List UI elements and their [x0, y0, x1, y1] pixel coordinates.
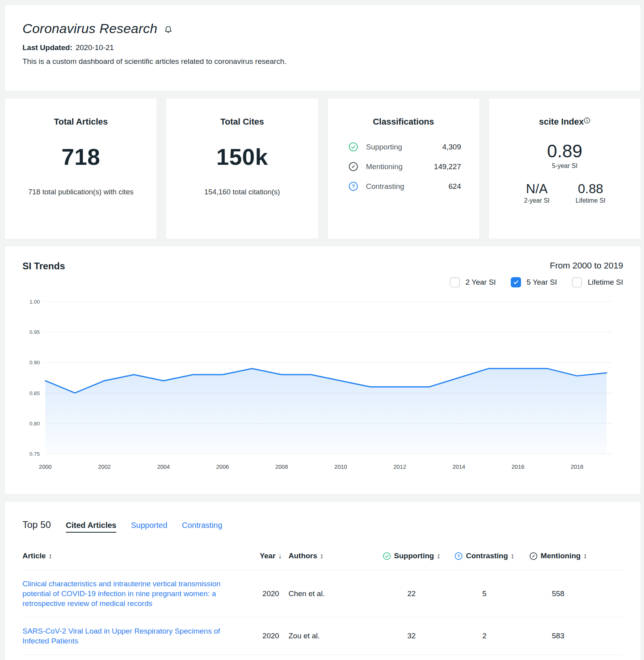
svg-text:0.75: 0.75 — [30, 451, 40, 457]
dashboard-description: This is a custom dashboard of scientific… — [22, 57, 623, 66]
stats-row: Total Articles 718 718 total publication… — [5, 99, 640, 239]
svg-text:2012: 2012 — [393, 464, 406, 470]
svg-text:2006: 2006 — [216, 464, 229, 470]
scite-index-lifetime-label: Lifetime SI — [576, 197, 606, 204]
classification-label: Mentioning — [366, 162, 403, 171]
series-toggles: 2 Year SI 5 Year SI Lifetime SI — [450, 277, 623, 287]
checkbox-2-year-si[interactable] — [450, 277, 460, 287]
notification-bell-icon[interactable] — [164, 25, 173, 34]
toggle-5-year-si: 5 Year SI — [511, 277, 557, 287]
card-title: Total Cites — [178, 117, 306, 127]
total-articles-subtitle: 718 total publication(s) with cites — [27, 187, 134, 197]
classification-value: 4,309 — [442, 143, 461, 151]
checkbox-label: 2 Year SI — [465, 278, 496, 287]
classification-label: Supporting — [366, 143, 402, 151]
contrasting-cell: 2 — [449, 632, 520, 640]
dashboard-header: Coronavirus Research Last Updated:2020-1… — [5, 5, 640, 91]
column-header-contrasting: ? Contrasting ↕ — [449, 552, 520, 560]
mentioning-cell: 583 — [520, 632, 596, 640]
year-cell: 2020 — [253, 632, 288, 640]
classification-row-contrasting: ? Contrasting 624 — [348, 181, 461, 191]
scite-index-card: scite Index 0.89 5-year SI N/A 2-year SI… — [489, 99, 640, 239]
authors-cell: Zou et al. — [288, 632, 374, 640]
classification-row-supporting: Supporting 4,309 — [348, 142, 461, 152]
article-link[interactable]: Clinical characteristics and intrauterin… — [22, 579, 253, 608]
contrasting-icon: ? — [348, 181, 358, 191]
info-icon[interactable] — [584, 117, 590, 124]
svg-text:?: ? — [352, 183, 355, 189]
contrasting-icon: ? — [454, 552, 463, 560]
si-trends-chart: 0.750.800.850.900.951.002000200220042006… — [22, 296, 623, 476]
svg-text:0.95: 0.95 — [30, 329, 40, 335]
trends-date-range: From 2000 to 2019 — [450, 261, 623, 271]
article-link[interactable]: SARS-CoV-2 Viral Load in Upper Respirato… — [22, 626, 253, 646]
classification-label: Contrasting — [366, 182, 404, 191]
total-articles-value: 718 — [17, 144, 145, 170]
card-title: Total Articles — [17, 117, 145, 127]
svg-text:2000: 2000 — [39, 464, 52, 470]
card-title: Classifications — [340, 117, 467, 127]
svg-text:2004: 2004 — [157, 464, 170, 470]
sort-icon-supporting[interactable]: ↕ — [437, 552, 440, 560]
column-header-year: Year ↓ — [253, 552, 288, 560]
svg-text:0.80: 0.80 — [30, 421, 40, 427]
svg-text:1.00: 1.00 — [30, 299, 40, 305]
table-row: SARS-CoV-2 Viral Load in Upper Respirato… — [22, 617, 623, 655]
svg-text:0.85: 0.85 — [30, 390, 40, 396]
si-trends-card: SI Trends From 2000 to 2019 2 Year SI 5 … — [5, 246, 640, 494]
tab-cited-articles[interactable]: Cited Articles — [66, 521, 116, 533]
mentioning-icon — [348, 162, 358, 172]
scite-index-5yr-label: 5-year SI — [501, 162, 629, 170]
svg-text:?: ? — [457, 554, 460, 558]
scite-index-lifetime: 0.88 Lifetime SI — [576, 181, 606, 204]
mentioning-icon — [529, 552, 538, 560]
last-updated-value: 2020-10-21 — [76, 43, 114, 52]
checkbox-lifetime-si[interactable] — [572, 277, 582, 287]
svg-text:2014: 2014 — [452, 464, 465, 470]
supporting-cell: 32 — [374, 632, 449, 640]
table-header-row: Article ↕ Year ↓ Authors ↕ Supporting ↕ — [22, 552, 623, 570]
checkbox-5-year-si[interactable] — [511, 277, 521, 287]
tab-contrasting[interactable]: Contrasting — [182, 521, 222, 530]
column-header-supporting: Supporting ↕ — [374, 552, 449, 560]
top-articles-card: Top 50 Cited Articles Supported Contrast… — [5, 502, 640, 660]
total-articles-card: Total Articles 718 718 total publication… — [5, 99, 156, 239]
last-updated-label: Last Updated: — [22, 43, 73, 52]
dashboard: Coronavirus Research Last Updated:2020-1… — [5, 5, 640, 660]
scite-index-lifetime-value: 0.88 — [576, 181, 606, 196]
sort-desc-icon-year[interactable]: ↓ — [278, 552, 282, 560]
supporting-cell: 22 — [374, 589, 449, 598]
toggle-2-year-si: 2 Year SI — [450, 277, 496, 287]
svg-text:2018: 2018 — [571, 464, 583, 470]
scite-index-2yr-value: N/A — [524, 181, 550, 196]
card-title: scite Index — [501, 117, 629, 127]
last-updated: Last Updated:2020-10-21 — [22, 43, 623, 52]
column-header-mentioning: Mentioning ↕ — [520, 552, 596, 560]
svg-text:0.90: 0.90 — [30, 360, 40, 365]
total-cites-value: 150k — [178, 144, 306, 170]
total-cites-subtitle: 154,160 total citation(s) — [187, 187, 297, 197]
scite-index-2yr: N/A 2-year SI — [524, 181, 550, 204]
sort-icon-contrasting[interactable]: ↕ — [511, 552, 514, 560]
total-cites-card: Total Cites 150k 154,160 total citation(… — [166, 99, 318, 239]
toggle-lifetime-si: Lifetime SI — [572, 277, 623, 287]
svg-text:2010: 2010 — [334, 464, 347, 470]
tab-supported[interactable]: Supported — [131, 521, 167, 530]
classifications-card: Classifications Supporting 4,309 Mention — [328, 99, 479, 239]
sort-icon-authors[interactable]: ↕ — [320, 552, 324, 560]
scite-index-5yr-value: 0.89 — [501, 140, 629, 162]
checkbox-label: 5 Year SI — [527, 278, 557, 287]
authors-cell: Chen et al. — [288, 589, 374, 598]
column-header-authors: Authors ↕ — [288, 552, 374, 560]
classification-row-mentioning: Mentioning 149,227 — [348, 162, 461, 172]
sort-icon-mentioning[interactable]: ↕ — [583, 552, 587, 560]
mentioning-cell: 558 — [520, 589, 596, 598]
top-50-heading: Top 50 — [22, 519, 51, 530]
sort-icon-article[interactable]: ↕ — [48, 552, 52, 560]
table-row: Clinical characteristics and intrauterin… — [22, 570, 623, 617]
scite-index-2yr-label: 2-year SI — [524, 197, 550, 204]
svg-text:2002: 2002 — [98, 464, 111, 470]
si-trends-chart-svg: 0.750.800.850.900.951.002000200220042006… — [22, 296, 623, 474]
classification-value: 149,227 — [434, 162, 461, 171]
si-trends-title: SI Trends — [22, 261, 65, 272]
